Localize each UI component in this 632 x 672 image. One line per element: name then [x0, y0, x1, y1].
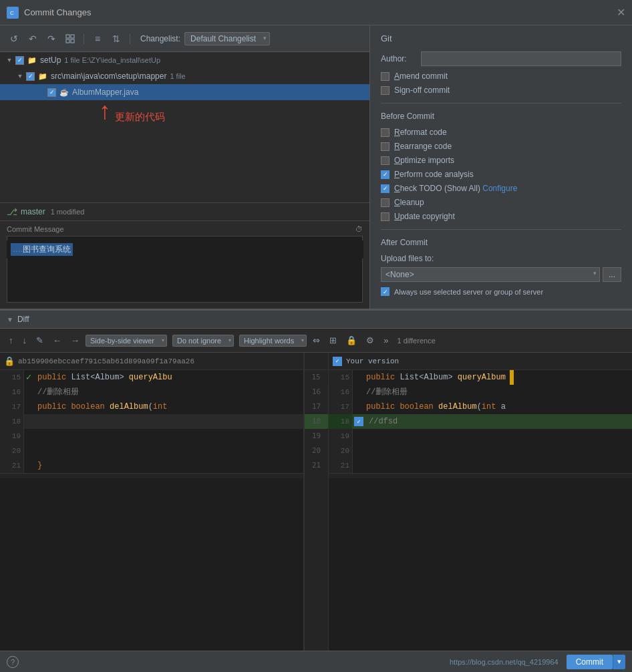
commit-message-section: Commit Message ⏱ ….图书查询系统: [0, 221, 369, 309]
diff-left-line-16: 16 //删除相册: [0, 385, 303, 399]
diff-count: 1 difference: [397, 337, 435, 345]
left-scrollbar[interactable]: [0, 473, 303, 478]
tree-row-setup[interactable]: ▼ ✓ 📁 setUp 1 file E:\ZY\ieda_install\se…: [0, 52, 369, 68]
viewer-dropdown[interactable]: Side-by-side viewer ▾: [86, 335, 167, 347]
upload-row: <None> ▾ ...: [381, 267, 621, 282]
lock-icon[interactable]: 🔒: [343, 334, 360, 347]
perform-analysis-checkbox[interactable]: ✓: [381, 170, 389, 179]
check-todo-checkbox[interactable]: ✓: [381, 184, 389, 193]
optimize-row: Optimize imports: [381, 156, 621, 165]
line-18-checkbox[interactable]: ✓: [354, 417, 363, 426]
top-section: ↺ ↶ ↷ ≡ ⇅ Changelist: Default C: [0, 25, 632, 309]
checkbox-album[interactable]: ✓: [47, 88, 56, 97]
title-bar: C Commit Changes ✕: [0, 0, 632, 25]
cleanup-row: Cleanup: [381, 198, 621, 207]
right-diff-pane: ✓ Your version 15 public List<Album> que…: [329, 353, 632, 651]
center-gutter: 15 16 17 18 19 20 21: [305, 353, 329, 651]
folder-icon-setup: 📁: [27, 55, 37, 65]
right-version-label: Your version: [346, 357, 399, 365]
checkbox-setup[interactable]: ✓: [15, 56, 24, 65]
gear-icon[interactable]: ⚙: [363, 334, 377, 347]
upload-extra-btn[interactable]: ...: [603, 267, 621, 282]
branch-name: master: [21, 207, 45, 216]
check-todo-label: Check TODO (Show All) Configure: [394, 184, 517, 193]
sign-off-label: Sign-off commit: [394, 86, 450, 95]
diff-header: ▼ Diff: [0, 310, 632, 329]
cleanup-checkbox[interactable]: [381, 198, 389, 207]
help-button[interactable]: ?: [7, 656, 19, 668]
diff-expand-icon[interactable]: ▼: [7, 316, 13, 323]
right-pane-checkbox[interactable]: ✓: [333, 357, 342, 366]
more-icon[interactable]: »: [380, 334, 391, 347]
refresh-btn[interactable]: ↺: [7, 31, 21, 46]
always-use-label: Always use selected server or group of s…: [394, 288, 543, 296]
reformat-row: Reformat code: [381, 128, 621, 137]
collapse-icon[interactable]: ⇔: [309, 334, 323, 347]
diff-right-line-21: 21: [329, 458, 632, 473]
diff-right-line-19: 19: [329, 429, 632, 444]
tile-icon[interactable]: ⊞: [326, 334, 340, 347]
sep2: [130, 33, 130, 44]
file-tree: ▼ ✓ 📁 setUp 1 file E:\ZY\ieda_install\se…: [0, 52, 369, 202]
diff-forward-icon[interactable]: →: [67, 334, 83, 347]
left-pane-header: 🔒 ab159906ebccaef791c5ab61d899a09f1a79aa…: [0, 353, 303, 370]
reformat-label: Reformat code: [394, 128, 447, 137]
diff-right-line-17: 17 public boolean delAlbum(int a: [329, 399, 632, 414]
commit-text-overlay: ….图书查询系统: [7, 240, 363, 259]
upload-dropdown[interactable]: <None> ▾: [381, 267, 600, 282]
expand-album: [37, 88, 45, 96]
upload-label-row: Upload files to:: [381, 254, 621, 263]
highlight-dropdown[interactable]: Highlight words ▾: [239, 335, 307, 347]
amend-commit-checkbox[interactable]: [381, 72, 389, 81]
optimize-label: Optimize imports: [394, 156, 454, 165]
changelist-dropdown[interactable]: Default Changelist ▾: [184, 32, 270, 45]
diff-nav-up[interactable]: ↑: [5, 334, 17, 347]
update-copyright-checkbox[interactable]: [381, 212, 389, 221]
commit-arrow-button[interactable]: ▾: [613, 655, 625, 669]
divider2: [381, 229, 621, 230]
diff-nav-down[interactable]: ↓: [19, 334, 31, 347]
after-commit-heading: After Commit: [381, 238, 621, 247]
undo-btn[interactable]: ↶: [25, 31, 40, 46]
perform-analysis-label: Perform code analysis: [394, 170, 474, 179]
tree-row-album[interactable]: ✓ ☕ AlbumMapper.java: [0, 84, 369, 100]
diff-back-icon[interactable]: ←: [49, 334, 65, 347]
ignore-dropdown[interactable]: Do not ignore ▾: [172, 335, 234, 347]
optimize-checkbox[interactable]: [381, 156, 389, 165]
left-marker-15: ✓: [24, 370, 33, 385]
rearrange-checkbox[interactable]: [381, 142, 389, 151]
diff-content: 🔒 ab159906ebccaef791c5ab61d899a09f1a79aa…: [0, 353, 632, 651]
right-scrollbar[interactable]: [329, 473, 632, 478]
commit-button[interactable]: Commit: [567, 655, 613, 669]
diff-edit-icon[interactable]: ✎: [33, 334, 47, 347]
sign-off-checkbox[interactable]: [381, 86, 389, 95]
diff-left-line-19: 19: [0, 429, 303, 444]
tree-row-mapper[interactable]: ▼ ✓ 📁 src\main\java\com\setup\mapper 1 f…: [0, 68, 369, 84]
viewer-label: Side-by-side viewer: [90, 337, 154, 345]
group-btn[interactable]: [63, 31, 77, 46]
checkbox-mapper[interactable]: ✓: [26, 72, 35, 81]
svg-rect-2: [66, 35, 69, 38]
tree-label-mapper: src\main\java\com\setup\mapper: [51, 71, 166, 81]
tree-label-album: AlbumMapper.java: [72, 88, 138, 97]
commit-selected-span: ….图书查询系统: [11, 243, 73, 256]
left-hash: ab159906ebccaef791c5ab61d899a09f1a79aa26: [18, 357, 194, 365]
always-use-row: ✓ Always use selected server or group of…: [381, 287, 621, 296]
cleanup-label: Cleanup: [394, 198, 424, 207]
upload-label: Upload files to:: [381, 254, 434, 263]
tree-meta-setup: 1 file E:\ZY\ieda_install\setUp: [64, 56, 160, 64]
author-input[interactable]: [421, 51, 621, 66]
history-icon[interactable]: ⏱: [355, 225, 363, 233]
diff-section: ▼ Diff ↑ ↓ ✎ ← → Side-by-side viewer ▾ D…: [0, 309, 632, 672]
expand-mapper[interactable]: ▼: [16, 72, 24, 80]
always-use-checkbox[interactable]: ✓: [381, 287, 389, 296]
close-button[interactable]: ✕: [617, 6, 625, 19]
reformat-checkbox[interactable]: [381, 128, 389, 137]
redo-btn[interactable]: ↷: [44, 31, 59, 46]
configure-link[interactable]: Configure: [482, 184, 517, 193]
diff-left-line-21: 21 }: [0, 458, 303, 473]
expand-btn[interactable]: ≡: [90, 31, 105, 46]
collapse-btn[interactable]: ⇅: [109, 31, 124, 46]
expand-setup[interactable]: ▼: [5, 56, 13, 64]
perform-analysis-row: ✓ Perform code analysis: [381, 170, 621, 179]
